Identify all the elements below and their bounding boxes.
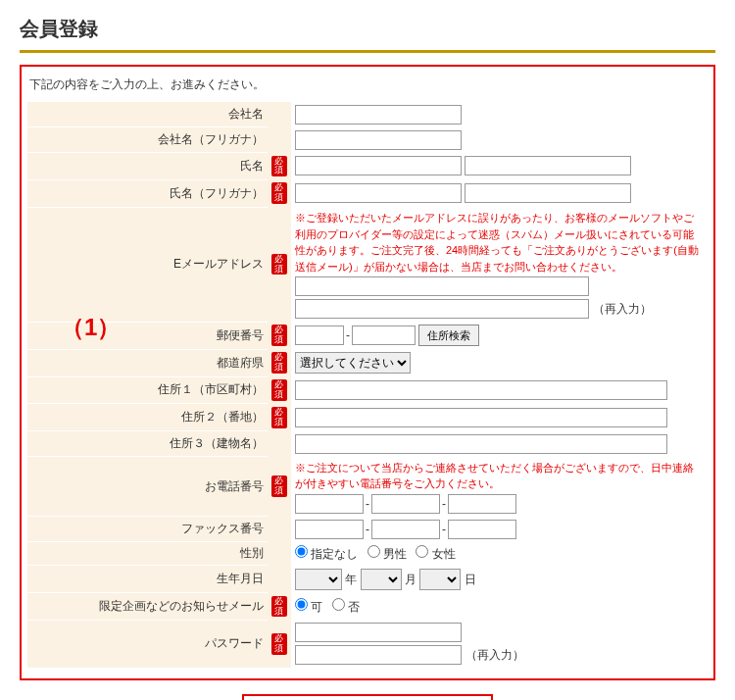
zip2-input[interactable] <box>352 325 416 345</box>
required-badge: 必須 <box>271 254 287 275</box>
submit-box: 会員登録を確定する ▶ <box>242 694 493 700</box>
required-badge: 必須 <box>271 325 287 346</box>
addr2-input[interactable] <box>295 408 667 427</box>
label-company: 会社名 <box>27 102 268 127</box>
required-badge: 必須 <box>271 352 287 374</box>
tel2-input[interactable] <box>371 494 440 514</box>
label-newsletter: 限定企画などのお知らせメール <box>27 593 268 621</box>
birth-year-select[interactable] <box>295 569 342 590</box>
email-reenter-hint: （再入力） <box>593 301 652 318</box>
sex-m-radio[interactable] <box>368 545 380 558</box>
birth-day-select[interactable] <box>419 569 461 590</box>
sex-none-radio[interactable] <box>295 545 308 558</box>
newsletter-no-radio[interactable] <box>332 598 345 611</box>
company-input[interactable] <box>295 105 462 125</box>
title-divider <box>20 50 715 53</box>
required-badge: 必須 <box>271 156 287 177</box>
birth-d-unit: 日 <box>465 573 476 586</box>
page-title: 会員登録 <box>20 10 715 50</box>
newsletter-no-label[interactable]: 否 <box>332 600 360 614</box>
label-name: 氏名 <box>27 153 268 180</box>
fax1-input[interactable] <box>295 520 364 539</box>
label-email: Eメールアドレス <box>27 207 268 322</box>
zip-search-button[interactable]: 住所検索 <box>418 325 479 346</box>
label-pref: 都道府県 <box>27 349 268 376</box>
company-kana-input[interactable] <box>295 130 462 150</box>
fax2-input[interactable] <box>371 520 440 539</box>
fax3-input[interactable] <box>448 520 516 539</box>
label-name-kana: 氏名（フリガナ） <box>27 179 268 207</box>
addr1-input[interactable] <box>295 380 667 400</box>
name-kana-last-input[interactable] <box>295 183 462 203</box>
required-badge: 必須 <box>271 182 287 204</box>
password-confirm-input[interactable] <box>295 645 462 665</box>
instruction-text: 下記の内容をご入力の上、お進みください。 <box>27 73 708 101</box>
email-note: ※ご登録いただいたメールアドレスに誤りがあったり、お客様のメールソフトやご利用の… <box>295 210 704 275</box>
password-input[interactable] <box>295 623 462 642</box>
label-tel: お電話番号 <box>27 457 268 517</box>
required-badge: 必須 <box>271 596 287 618</box>
sex-none-label[interactable]: 指定なし <box>295 547 358 561</box>
tel-note: ※ご注文について当店からご連絡させていただく場合がございますので、日中連絡が付き… <box>295 460 704 492</box>
sex-f-label[interactable]: 女性 <box>416 547 455 561</box>
newsletter-yes-radio[interactable] <box>295 598 308 611</box>
birth-month-select[interactable] <box>361 569 402 590</box>
label-addr2: 住所２（番地） <box>27 404 268 431</box>
birth-y-unit: 年 <box>345 573 357 586</box>
label-addr1: 住所１（市区町村） <box>27 376 268 404</box>
addr3-input[interactable] <box>295 434 667 454</box>
newsletter-yes-label[interactable]: 可 <box>295 600 322 614</box>
required-badge: 必須 <box>271 379 287 401</box>
label-fax: ファックス番号 <box>27 517 268 542</box>
tel1-input[interactable] <box>295 494 364 514</box>
form-table: 会社名 会社名（フリガナ） 氏名 必須 氏名（フリガナ） <box>27 101 708 669</box>
pref-select[interactable]: 選択してください <box>295 352 411 374</box>
label-company-kana: 会社名（フリガナ） <box>27 127 268 153</box>
birth-m-unit: 月 <box>405 573 416 586</box>
label-addr3: 住所３（建物名） <box>27 431 268 457</box>
email-input[interactable] <box>295 276 589 296</box>
required-badge: 必須 <box>271 407 287 428</box>
label-sex: 性別 <box>27 542 268 566</box>
form-container: （1） 下記の内容をご入力の上、お進みください。 会社名 会社名（フリガナ） 氏… <box>20 65 715 680</box>
sex-m-label[interactable]: 男性 <box>368 547 407 561</box>
submit-row: 会員登録を確定する ▶ （2） <box>20 694 715 700</box>
email-confirm-input[interactable] <box>295 299 589 319</box>
required-badge: 必須 <box>271 475 287 497</box>
password-reenter-hint: （再入力） <box>466 647 524 664</box>
tel3-input[interactable] <box>448 494 516 514</box>
name-first-input[interactable] <box>465 156 631 175</box>
label-password: パスワード <box>27 620 268 668</box>
sex-f-radio[interactable] <box>416 545 428 558</box>
name-last-input[interactable] <box>295 156 462 175</box>
zip1-input[interactable] <box>295 325 344 345</box>
required-badge: 必須 <box>271 633 287 655</box>
label-birth: 生年月日 <box>27 566 268 593</box>
name-kana-first-input[interactable] <box>465 183 631 203</box>
callout-1: （1） <box>61 312 121 343</box>
